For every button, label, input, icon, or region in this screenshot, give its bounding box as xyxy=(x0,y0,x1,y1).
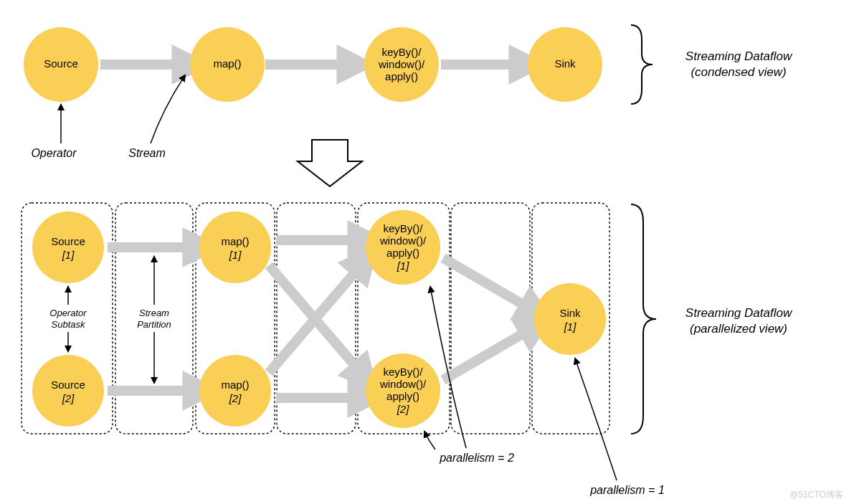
title-parallel-l1: Streaming Dataflow xyxy=(686,306,793,320)
arrow-stream xyxy=(151,75,185,143)
node-keyby-l1: keyBy()/ xyxy=(381,46,422,58)
title-condensed-l2: (condensed view) xyxy=(691,65,786,79)
node-keyby-2: keyBy()/ window()/ apply() [2] xyxy=(366,353,440,428)
node-source2-l2: [2] xyxy=(62,392,75,404)
node-map-2: map() [2] xyxy=(199,355,271,427)
node-keyby: keyBy()/ window()/ apply() xyxy=(364,27,439,102)
label-stream-part-l2: Partition xyxy=(137,319,171,330)
node-source1-l1: Source xyxy=(51,235,85,247)
node-key1-l4: [1] xyxy=(397,260,410,272)
node-source2-l1: Source xyxy=(51,379,85,391)
label-parallelism-1: parallelism = 1 xyxy=(589,484,665,496)
node-map-1: map() [1] xyxy=(199,211,271,283)
label-op-subtask-l2: Subtask xyxy=(52,319,86,330)
big-down-arrow xyxy=(298,140,362,186)
edge-k1-sink xyxy=(443,258,523,305)
node-sink-1: Sink [1] xyxy=(534,283,606,355)
node-sink-label: Sink xyxy=(554,57,576,70)
edge-k2-sink xyxy=(443,333,523,380)
node-key1-l3: apply() xyxy=(386,247,419,259)
arrow-para1 xyxy=(575,358,617,480)
node-map2-l1: map() xyxy=(221,379,249,391)
diagram-canvas: Source map() keyBy()/ window()/ apply() … xyxy=(0,0,849,504)
node-map2-l2: [2] xyxy=(229,392,242,404)
node-sink1-l1: Sink xyxy=(559,307,581,319)
group-merge xyxy=(451,203,530,434)
node-map: map() xyxy=(190,27,265,102)
node-map1-l1: map() xyxy=(221,235,249,247)
label-stream: Stream xyxy=(128,147,166,159)
label-stream-part-l1: Stream xyxy=(139,308,169,318)
node-source-1: Source [1] xyxy=(32,211,104,283)
node-source-2: Source [2] xyxy=(32,355,104,427)
node-key2-l2: window()/ xyxy=(379,378,427,390)
node-map-label: map() xyxy=(213,57,241,70)
node-source-label: Source xyxy=(44,57,78,70)
node-sink: Sink xyxy=(528,27,602,102)
arrow-para2-a xyxy=(424,432,435,450)
watermark: @51CTO博客 xyxy=(789,489,843,501)
node-keyby-l2: window()/ xyxy=(378,58,425,70)
svg-point-10 xyxy=(534,283,606,355)
node-source1-l2: [1] xyxy=(62,249,75,261)
svg-point-7 xyxy=(199,355,271,427)
node-keyby-1: keyBy()/ window()/ apply() [1] xyxy=(366,210,440,285)
svg-point-5 xyxy=(32,355,104,427)
node-key2-l4: [2] xyxy=(397,403,410,415)
node-sink1-l2: [1] xyxy=(564,320,577,333)
svg-point-4 xyxy=(32,211,104,283)
title-parallel-l2: (parallelized view) xyxy=(690,322,787,336)
node-key2-l1: keyBy()/ xyxy=(383,366,423,378)
node-map1-l2: [1] xyxy=(229,249,242,261)
node-source: Source xyxy=(24,27,98,102)
brace-bottom xyxy=(631,204,656,434)
title-condensed-l1: Streaming Dataflow xyxy=(686,49,793,63)
node-keyby-l3: apply() xyxy=(385,70,418,82)
brace-top xyxy=(631,25,653,104)
label-parallelism-2: parallelism = 2 xyxy=(439,452,514,464)
svg-point-6 xyxy=(199,211,271,283)
label-operator: Operator xyxy=(31,147,77,159)
node-key1-l2: window()/ xyxy=(379,234,427,247)
node-key2-l3: apply() xyxy=(386,390,419,402)
label-op-subtask-l1: Operator xyxy=(49,308,87,318)
node-key1-l1: keyBy()/ xyxy=(383,222,423,234)
